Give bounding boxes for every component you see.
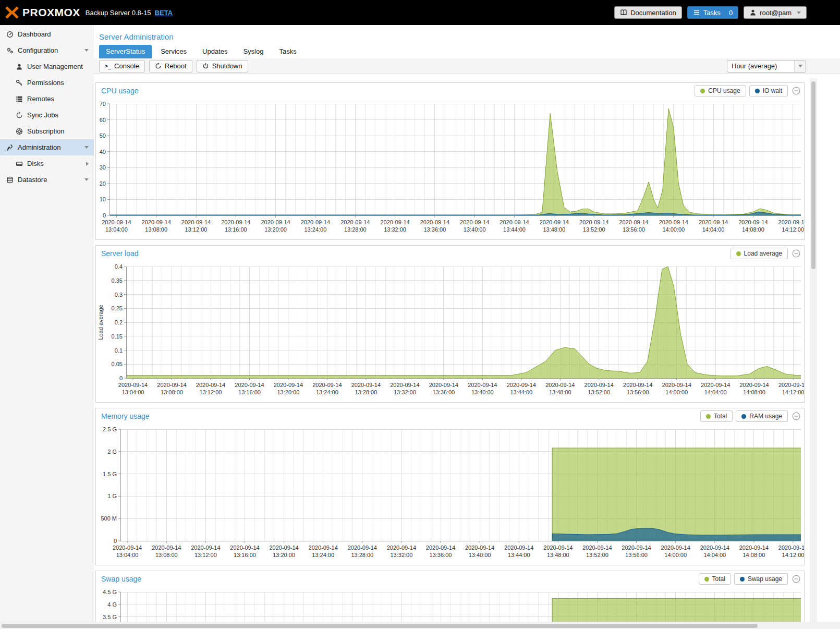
sidebar-item-configuration[interactable]: Configuration (0, 42, 94, 58)
expand-arrow-icon[interactable] (84, 146, 89, 149)
horizontal-scrollbar[interactable] (0, 622, 840, 629)
svg-text:2020-09-14: 2020-09-14 (420, 219, 449, 225)
collapse-arrow-icon[interactable] (86, 162, 89, 166)
tab-bar: ServerStatus Services Updates Syslog Tas… (94, 45, 840, 58)
svg-text:2020-09-14: 2020-09-14 (351, 382, 381, 388)
svg-text:13:28:00: 13:28:00 (355, 389, 377, 395)
book-icon (620, 9, 627, 16)
legend-dot-icon (704, 577, 709, 582)
svg-text:2020-09-14: 2020-09-14 (623, 382, 652, 388)
legend-label: CPU usage (708, 87, 740, 94)
svg-text:70: 70 (100, 101, 106, 107)
tab-updates[interactable]: Updates (196, 45, 234, 58)
svg-text:13:04:00: 13:04:00 (105, 226, 128, 233)
svg-text:2020-09-14: 2020-09-14 (699, 219, 728, 225)
sidebar-item-datastore[interactable]: Datastore (0, 172, 94, 188)
legend-item[interactable]: RAM usage (736, 410, 788, 422)
svg-text:13:16:00: 13:16:00 (225, 226, 247, 233)
timeframe-value: Hour (average) (732, 62, 777, 70)
horizontal-scrollbar-thumb[interactable] (2, 624, 758, 628)
shutdown-button[interactable]: Shutdown (197, 60, 248, 72)
svg-text:2020-09-14: 2020-09-14 (582, 545, 612, 551)
tab-tasks[interactable]: Tasks (272, 45, 303, 58)
legend-item[interactable]: Load average (731, 248, 788, 259)
svg-text:13:32:00: 13:32:00 (394, 389, 416, 395)
memory-usage-panel: Memory usage TotalRAM usage 0500 M1 G1.5… (95, 408, 805, 565)
sidebar-item-dashboard[interactable]: Dashboard (0, 26, 94, 42)
vertical-scrollbar-thumb[interactable] (811, 81, 815, 269)
svg-text:2020-09-14: 2020-09-14 (261, 219, 290, 225)
svg-text:13:12:00: 13:12:00 (194, 552, 217, 558)
legend-item[interactable]: IO wait (749, 85, 788, 96)
legend-item[interactable]: Swap usage (734, 573, 788, 585)
svg-text:0: 0 (103, 212, 106, 219)
topbar-buttons: Documentation Tasks 0 root@pam (614, 6, 807, 19)
svg-text:2020-09-14: 2020-09-14 (701, 382, 730, 388)
svg-text:2020-09-14: 2020-09-14 (301, 219, 330, 225)
user-label: root@pam (760, 9, 792, 17)
beta-link[interactable]: BETA (155, 9, 173, 17)
sidebar-item-subscription[interactable]: Subscription (0, 123, 94, 139)
sidebar-item-administration[interactable]: Administration (0, 139, 94, 155)
svg-text:2020-09-14: 2020-09-14 (465, 545, 494, 551)
legend-label: Swap usage (748, 575, 782, 583)
svg-text:2020-09-14: 2020-09-14 (269, 545, 298, 551)
collapse-panel-icon[interactable] (792, 249, 800, 258)
collapse-panel-icon[interactable] (792, 87, 800, 95)
legend-item[interactable]: Total (699, 573, 731, 585)
sidebar-label: Dashboard (18, 30, 51, 38)
legend-dot-icon (740, 577, 745, 582)
svg-text:13:44:00: 13:44:00 (508, 552, 530, 558)
legend-dot-icon (755, 89, 760, 93)
svg-text:14:00:00: 14:00:00 (665, 389, 688, 395)
vertical-scrollbar[interactable] (810, 78, 817, 622)
svg-text:0.1: 0.1 (115, 347, 123, 354)
svg-text:2020-09-14: 2020-09-14 (585, 382, 614, 388)
svg-text:13:36:00: 13:36:00 (423, 226, 446, 233)
svg-text:2020-09-14: 2020-09-14 (221, 219, 250, 225)
documentation-button[interactable]: Documentation (614, 6, 681, 19)
svg-text:13:08:00: 13:08:00 (155, 552, 178, 558)
legend-item[interactable]: Total (700, 410, 733, 422)
sidebar: Dashboard Configuration User Management … (0, 25, 94, 622)
sidebar-item-permissions[interactable]: Permissions (0, 75, 94, 91)
proxmox-logo: PROXMOX (5, 6, 80, 19)
timeframe-select[interactable]: Hour (average) (727, 60, 806, 72)
brand-text: PROXMOX (22, 6, 80, 19)
chart-legend: TotalSwap usage (699, 573, 788, 585)
svg-text:2020-09-14: 2020-09-14 (504, 545, 533, 551)
sidebar-item-sync-jobs[interactable]: Sync Jobs (0, 107, 94, 123)
tasks-button[interactable]: Tasks 0 (687, 6, 738, 19)
database-icon (6, 176, 14, 184)
user-menu-button[interactable]: root@pam (744, 6, 807, 19)
sidebar-item-disks[interactable]: Disks (0, 155, 94, 172)
tab-services[interactable]: Services (154, 45, 193, 58)
expand-arrow-icon[interactable] (84, 49, 89, 52)
task-list-icon (693, 9, 700, 16)
svg-text:2020-09-14: 2020-09-14 (700, 545, 729, 551)
svg-text:2020-09-14: 2020-09-14 (739, 382, 769, 388)
svg-text:2020-09-14: 2020-09-14 (191, 545, 220, 551)
svg-text:13:28:00: 13:28:00 (351, 552, 373, 558)
legend-item[interactable]: CPU usage (695, 85, 746, 96)
combo-trigger[interactable] (794, 61, 806, 72)
sidebar-item-user-management[interactable]: User Management (0, 58, 94, 75)
svg-text:13:20:00: 13:20:00 (277, 389, 299, 395)
svg-text:3.5 G: 3.5 G (103, 614, 117, 620)
svg-text:13:12:00: 13:12:00 (200, 389, 222, 395)
collapse-panel-icon[interactable] (792, 412, 800, 420)
tab-serverstatus[interactable]: ServerStatus (99, 45, 152, 58)
tab-syslog[interactable]: Syslog (236, 45, 270, 58)
svg-text:2020-09-14: 2020-09-14 (507, 382, 536, 388)
svg-text:13:32:00: 13:32:00 (384, 226, 406, 233)
wrench-icon (6, 144, 14, 151)
server-stack-icon (16, 95, 23, 103)
expand-arrow-icon[interactable] (84, 178, 89, 181)
console-button[interactable]: >_ Console (99, 60, 145, 72)
collapse-panel-icon[interactable] (792, 575, 800, 583)
svg-text:4 G: 4 G (107, 601, 117, 608)
reboot-button[interactable]: Reboot (149, 60, 192, 72)
svg-text:13:44:00: 13:44:00 (510, 389, 532, 395)
svg-text:30: 30 (100, 164, 106, 171)
sidebar-item-remotes[interactable]: Remotes (0, 91, 94, 107)
